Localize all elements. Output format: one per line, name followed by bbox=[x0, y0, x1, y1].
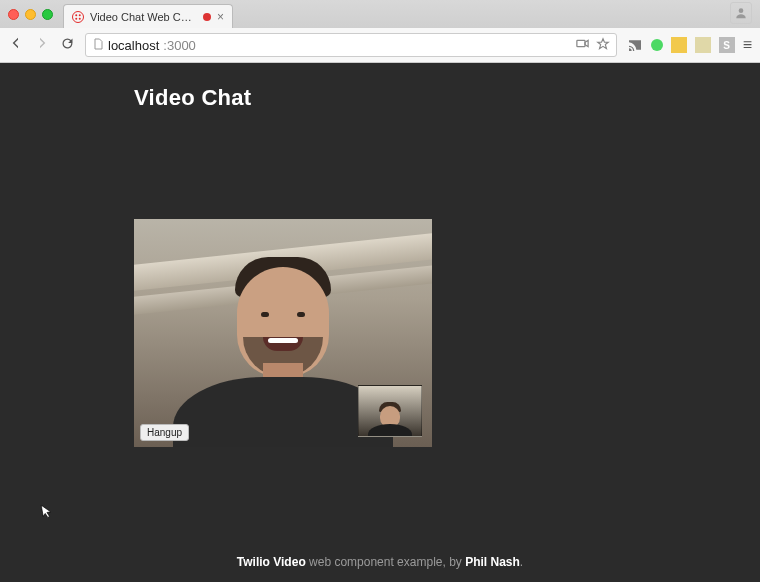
toolbar: localhost:3000 S ≡ bbox=[0, 28, 760, 62]
svg-point-2 bbox=[75, 14, 77, 16]
bookmark-star-icon[interactable] bbox=[596, 37, 610, 54]
page-title: Video Chat bbox=[134, 85, 760, 111]
svg-point-4 bbox=[75, 17, 77, 19]
video-chat-frame: Hangup bbox=[134, 219, 432, 447]
svg-point-3 bbox=[79, 14, 81, 16]
window-close-icon[interactable] bbox=[8, 9, 19, 20]
svg-point-0 bbox=[739, 8, 744, 13]
address-bar[interactable]: localhost:3000 bbox=[85, 33, 617, 57]
browser-chrome: Video Chat Web Compo × localhost:3000 bbox=[0, 0, 760, 63]
footer-author-link[interactable]: Phil Nash bbox=[465, 555, 520, 569]
footer-suffix: . bbox=[520, 555, 523, 569]
footer-brand: Twilio Video bbox=[237, 555, 306, 569]
window-zoom-icon[interactable] bbox=[42, 9, 53, 20]
page-icon bbox=[92, 38, 104, 53]
cast-icon[interactable] bbox=[627, 37, 643, 53]
forward-button bbox=[34, 35, 50, 55]
url-host: localhost bbox=[108, 38, 159, 53]
local-video-preview bbox=[358, 385, 422, 437]
page-content: Video Chat Hangup bbox=[0, 63, 760, 582]
browser-tab[interactable]: Video Chat Web Compo × bbox=[63, 4, 233, 28]
person-icon bbox=[730, 2, 752, 24]
footer-text: Twilio Video web component example, by P… bbox=[0, 555, 760, 569]
menu-icon[interactable]: ≡ bbox=[743, 36, 752, 54]
tab-close-icon[interactable]: × bbox=[217, 11, 224, 23]
extension-s-icon[interactable]: S bbox=[719, 37, 735, 53]
window-controls bbox=[8, 9, 53, 20]
twilio-icon bbox=[72, 11, 84, 23]
hangup-button[interactable]: Hangup bbox=[140, 424, 189, 441]
svg-rect-6 bbox=[577, 40, 585, 46]
svg-point-5 bbox=[79, 17, 81, 19]
back-button[interactable] bbox=[8, 35, 24, 55]
svg-point-1 bbox=[73, 11, 84, 22]
recording-indicator-icon bbox=[203, 13, 211, 21]
extension-icons: S ≡ bbox=[627, 36, 752, 54]
profile-button[interactable] bbox=[730, 2, 752, 24]
window-minimize-icon[interactable] bbox=[25, 9, 36, 20]
tab-title: Video Chat Web Compo bbox=[90, 11, 197, 23]
footer-middle: web component example, by bbox=[306, 555, 465, 569]
reload-button[interactable] bbox=[60, 36, 75, 55]
cursor-icon bbox=[39, 502, 57, 522]
url-path: :3000 bbox=[163, 38, 196, 53]
omnibox-actions bbox=[575, 36, 610, 54]
camera-icon[interactable] bbox=[575, 36, 590, 54]
tab-strip: Video Chat Web Compo × bbox=[0, 0, 760, 28]
extension-green-dot-icon[interactable] bbox=[651, 39, 663, 51]
extension-yellow-icon[interactable] bbox=[671, 37, 687, 53]
extension-tan-icon[interactable] bbox=[695, 37, 711, 53]
